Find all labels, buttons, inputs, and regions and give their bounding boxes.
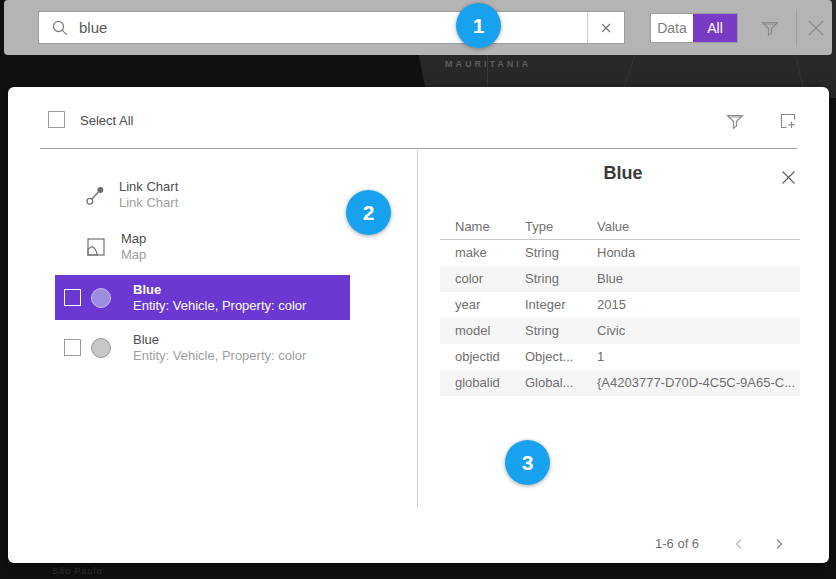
scope-all-button[interactable]: All (693, 14, 737, 42)
result-checkbox[interactable] (64, 339, 81, 356)
callout-badge-1: 1 (456, 3, 501, 48)
close-icon (805, 17, 827, 39)
link-chart-icon (85, 184, 107, 206)
cell-value: 1 (597, 344, 604, 370)
search-icon (51, 19, 69, 37)
result-title: Map (121, 231, 146, 247)
result-title: Link Chart (119, 179, 178, 195)
chevron-left-icon (733, 538, 745, 550)
pagination-prev-button[interactable] (726, 531, 752, 557)
result-item-blue[interactable]: Blue Entity: Vehicle, Property: color (55, 325, 355, 370)
table-header: Name Type Value (440, 211, 800, 240)
result-title: Blue (133, 332, 306, 348)
cell-type: String (525, 318, 559, 344)
map-label-city: São Paulo (52, 566, 103, 576)
entity-circle-icon (91, 288, 111, 308)
entity-circle-icon (91, 338, 111, 358)
close-search-button[interactable] (801, 13, 831, 43)
table-row: globalid Global... {A4203777-D70D-4C5C-9… (440, 370, 800, 396)
cell-name: make (455, 240, 487, 266)
chevron-right-icon (773, 538, 785, 550)
table-row: model String Civic (440, 318, 800, 344)
pagination-label: 1-6 of 6 (655, 536, 699, 551)
cell-type: String (525, 240, 559, 266)
cell-value: Blue (597, 266, 623, 292)
result-subtitle: Entity: Vehicle, Property: color (133, 298, 306, 314)
cell-name: year (455, 292, 480, 318)
table-row: year Integer 2015 (440, 292, 800, 318)
table-row: color String Blue (440, 266, 800, 292)
table-row: make String Honda (440, 240, 800, 266)
search-results-panel: Select All Link Chart Link Chart (8, 87, 829, 563)
attribute-table: Name Type Value make String Honda color … (440, 211, 800, 396)
cell-type: Global... (525, 370, 573, 396)
cell-name: objectid (455, 344, 500, 370)
detail-close-button[interactable] (778, 167, 798, 187)
cell-type: Object... (525, 344, 573, 370)
callout-badge-3: 3 (505, 440, 550, 485)
detail-title: Blue (417, 163, 829, 184)
search-input[interactable] (79, 12, 587, 43)
panel-header-divider (40, 148, 797, 149)
clear-x-icon (599, 21, 613, 35)
square-plus-icon (778, 111, 798, 131)
result-checkbox[interactable] (64, 289, 81, 306)
select-all-label: Select All (80, 113, 133, 128)
map-icon (85, 236, 107, 258)
clear-search-button[interactable] (587, 12, 624, 43)
cell-name: globalid (455, 370, 500, 396)
result-subtitle: Entity: Vehicle, Property: color (133, 348, 306, 364)
scope-data-button[interactable]: Data (651, 14, 693, 42)
select-all-checkbox[interactable] (48, 111, 65, 128)
search-scope-toggle: Data All (650, 13, 738, 43)
search-box[interactable] (38, 11, 625, 44)
filter-button[interactable] (754, 12, 786, 44)
result-subtitle: Link Chart (119, 195, 178, 211)
cell-name: model (455, 318, 490, 344)
pagination-next-button[interactable] (766, 531, 792, 557)
search-toolbar: Data All (4, 0, 832, 55)
column-header-name: Name (455, 219, 490, 234)
cell-type: String (525, 266, 559, 292)
add-to-selection-button[interactable] (774, 107, 802, 135)
result-item-map[interactable]: Map Map (85, 226, 385, 268)
list-detail-divider (417, 148, 418, 508)
cell-type: Integer (525, 292, 565, 318)
result-title: Blue (133, 282, 306, 298)
funnel-icon (760, 18, 780, 38)
column-header-type: Type (525, 219, 553, 234)
toolbar-divider (796, 9, 797, 47)
result-item-blue-selected[interactable]: Blue Entity: Vehicle, Property: color (55, 275, 350, 320)
callout-badge-2: 2 (346, 190, 391, 235)
map-label-mauritania: MAURITANIA (445, 59, 531, 69)
cell-name: color (455, 266, 483, 292)
cell-value: Honda (597, 240, 635, 266)
cell-value: {A4203777-D70D-4C5C-9A65-C... (597, 370, 795, 396)
cell-value: Civic (597, 318, 625, 344)
result-item-link-chart[interactable]: Link Chart Link Chart (85, 174, 385, 216)
results-filter-button[interactable] (721, 107, 749, 135)
column-header-value: Value (597, 219, 629, 234)
result-subtitle: Map (121, 247, 146, 263)
table-row: objectid Object... 1 (440, 344, 800, 370)
funnel-icon (725, 111, 745, 131)
close-icon (780, 169, 797, 186)
cell-value: 2015 (597, 292, 626, 318)
